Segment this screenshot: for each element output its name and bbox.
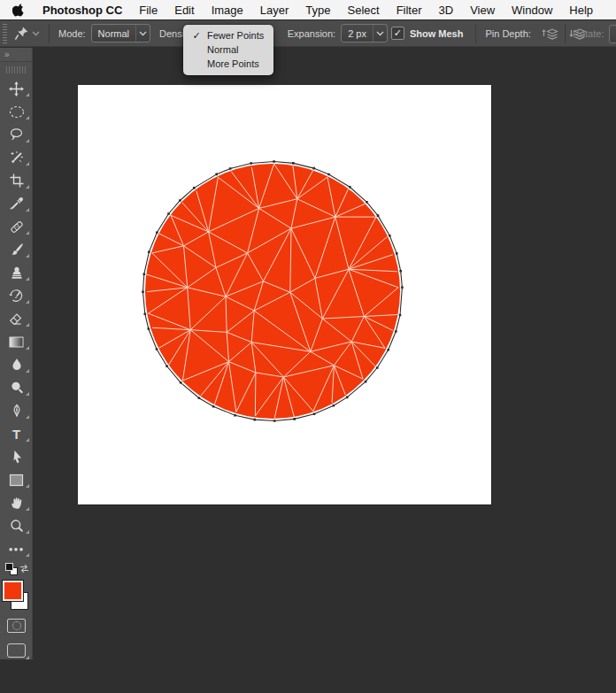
history-brush-icon [9, 289, 24, 303]
rectangle-tool[interactable] [0, 468, 33, 491]
menu-item-type[interactable]: Type [305, 4, 330, 17]
hand-tool[interactable] [0, 491, 33, 514]
puppet-warp-mesh[interactable] [78, 85, 491, 504]
elliptical-marquee-tool[interactable] [0, 100, 33, 123]
double-chevron-icon: » [4, 50, 11, 59]
water-drop-icon [11, 358, 23, 372]
tools-panel: » [0, 48, 33, 659]
menu-option-label: Fewer Points [207, 30, 264, 41]
macos-menu-bar: Photoshop CC File Edit Image Layer Type … [0, 0, 616, 20]
hand-icon [10, 496, 24, 510]
show-mesh-checkbox[interactable]: ✓ [391, 27, 404, 40]
divider [475, 24, 476, 43]
dodge-tool[interactable] [0, 376, 33, 399]
rotate-select-value: Auto [610, 28, 616, 39]
puppet-warp-pin-icon[interactable] [13, 25, 30, 42]
lasso-tool[interactable] [0, 123, 33, 146]
eyedropper-tool[interactable] [0, 192, 33, 215]
menu-item-edit[interactable]: Edit [174, 4, 194, 17]
expansion-select[interactable]: 2 px [341, 24, 388, 42]
default-foreground-swatch[interactable] [5, 563, 13, 571]
expansion-label: Expansion: [288, 28, 335, 39]
crop-tool[interactable] [0, 169, 33, 192]
tool-preset-chevron-icon[interactable] [32, 31, 40, 36]
menu-option-fewer-points[interactable]: ✓ Fewer Points [183, 28, 273, 42]
move-tool[interactable] [0, 77, 33, 100]
menu-option-label: More Points [207, 58, 259, 69]
rotate-select[interactable]: Auto [609, 25, 616, 43]
divider [49, 24, 50, 43]
edit-toolbar-button[interactable]: ●●● [0, 537, 33, 560]
rotate-label: Rotate: [573, 28, 604, 39]
move-icon [9, 81, 24, 96]
menu-item-photoshop[interactable]: Photoshop CC [42, 4, 122, 17]
bandaid-icon [9, 219, 25, 235]
checkmark-icon: ✓ [394, 28, 402, 38]
stamp-icon [10, 266, 24, 280]
quick-mask-button[interactable] [0, 613, 33, 638]
quick-mask-icon [7, 619, 26, 633]
expansion-select-value: 2 px [342, 28, 373, 39]
chevron-down-icon [135, 25, 150, 42]
photoshop-window: { "menubar": { "items": ["Photoshop CC",… [0, 0, 616, 693]
brush-icon [10, 243, 24, 257]
swap-colors-icon[interactable] [19, 562, 30, 578]
default-and-swap-colors [0, 560, 33, 580]
path-selection-tool[interactable] [0, 445, 33, 468]
menu-option-normal[interactable]: Normal [183, 42, 273, 57]
brush-tool[interactable] [0, 238, 33, 261]
clone-stamp-tool[interactable] [0, 261, 33, 284]
show-mesh-label[interactable]: Show Mesh [410, 28, 464, 39]
menu-item-layer[interactable]: Layer [260, 4, 289, 17]
pin-depth-up-icon[interactable] [541, 26, 559, 41]
type-tool[interactable]: T [0, 422, 33, 445]
menu-item-image[interactable]: Image [212, 4, 243, 17]
magic-wand-tool[interactable] [0, 146, 33, 169]
menu-item-filter[interactable]: Filter [397, 4, 422, 17]
toolbar-grip[interactable] [6, 66, 26, 73]
menu-item-select[interactable]: Select [347, 4, 379, 17]
chevron-down-icon [373, 25, 387, 42]
menu-item-window[interactable]: Window [512, 4, 552, 17]
foreground-color-swatch[interactable] [3, 581, 23, 601]
magnifier-icon [10, 519, 24, 533]
marquee-ellipse-icon [9, 105, 25, 119]
lasso-icon [9, 127, 24, 142]
apple-logo-icon[interactable] [12, 3, 26, 17]
zoom-tool[interactable] [0, 514, 33, 537]
wand-icon [10, 150, 24, 165]
blur-tool[interactable] [0, 353, 33, 376]
menu-item-file[interactable]: File [139, 4, 158, 17]
color-swatches [0, 580, 33, 613]
menu-option-more-points[interactable]: More Points [183, 57, 273, 71]
eraser-tool[interactable] [0, 307, 33, 330]
crop-icon [10, 173, 24, 188]
healing-brush-tool[interactable] [0, 215, 33, 238]
density-popup-menu: ✓ Fewer Points Normal More Points [183, 25, 273, 75]
menu-option-label: Normal [207, 44, 238, 55]
toolbar-expand-button[interactable]: » [0, 48, 32, 62]
screen-mode-button[interactable] [0, 638, 33, 663]
pen-tool[interactable] [0, 399, 33, 422]
arrow-cursor-icon [11, 450, 23, 464]
options-bar: Mode: Normal Density Expansion: 2 px ✓ S… [0, 20, 616, 47]
mode-select[interactable]: Normal [91, 24, 150, 42]
eyedropper-icon [10, 196, 24, 211]
pin-depth-label: Pin Depth: [485, 28, 530, 39]
mode-label: Mode: [58, 28, 86, 39]
options-bar-grip[interactable] [3, 24, 7, 43]
history-brush-tool[interactable] [0, 284, 33, 307]
ellipsis-icon: ●●● [9, 545, 25, 553]
pen-nib-icon [11, 404, 23, 418]
gradient-tool[interactable] [0, 330, 33, 353]
checkmark-icon: ✓ [190, 28, 203, 42]
rectangle-icon [9, 474, 24, 487]
menu-item-view[interactable]: View [470, 4, 495, 17]
document-canvas[interactable] [78, 85, 491, 504]
type-icon: T [12, 427, 20, 442]
dodge-icon [10, 381, 24, 395]
menu-item-3d[interactable]: 3D [439, 4, 454, 17]
gradient-icon [9, 336, 24, 348]
divider [565, 24, 566, 43]
menu-item-help[interactable]: Help [569, 4, 593, 17]
